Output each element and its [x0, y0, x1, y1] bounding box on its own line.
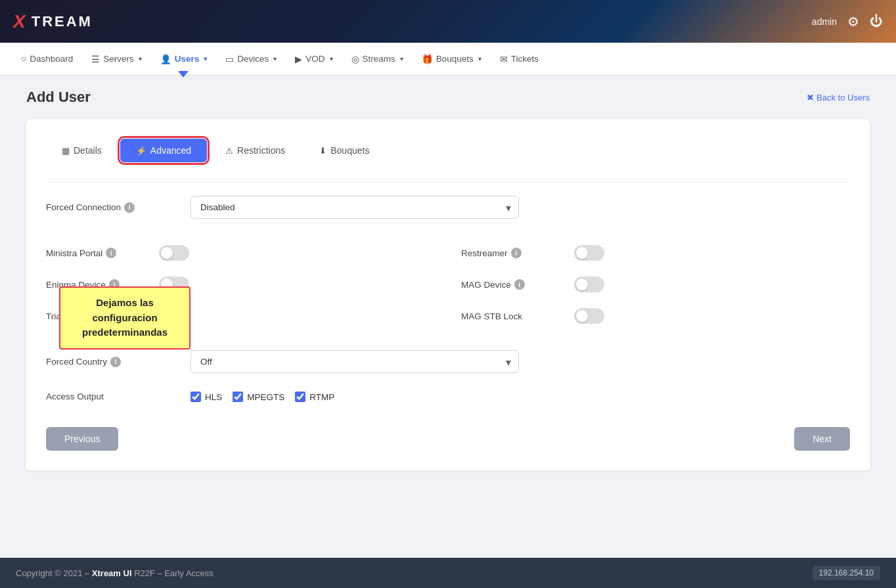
tab-details[interactable]: ▦ Details	[46, 139, 118, 162]
tab-divider	[46, 182, 850, 183]
access-output-row: Access Output HLS MPEGTS RTMP	[46, 392, 850, 409]
ministra-portal-toggle[interactable]	[159, 245, 189, 261]
mag-device-info-icon[interactable]: i	[514, 279, 525, 290]
chevron-down-icon: ▾	[204, 55, 207, 62]
page-title: Add User	[26, 89, 91, 106]
nav-active-indicator	[178, 71, 189, 78]
access-output-checkboxes: HLS MPEGTS RTMP	[190, 392, 334, 402]
mag-device-slider	[574, 277, 604, 292]
chevron-down-icon: ▾	[400, 55, 403, 62]
access-output-label: Access Output	[46, 392, 177, 401]
main-content: Add User ✖ Back to Users Dejamos las con…	[0, 76, 896, 558]
page-header: Add User ✖ Back to Users	[26, 89, 870, 106]
bouquets-tab-icon: ⬇	[319, 146, 326, 156]
ministra-portal-info-icon[interactable]: i	[106, 248, 116, 258]
restrictions-icon: ⚠	[225, 146, 233, 156]
footer-ip: 192.168.254.10	[813, 566, 880, 580]
previous-button[interactable]: Previous	[46, 427, 118, 451]
sidebar-item-tickets[interactable]: ✉ Tickets	[492, 50, 547, 68]
hls-checkbox-item[interactable]: HLS	[190, 392, 222, 402]
restreamer-toggle[interactable]	[574, 245, 604, 261]
forced-connection-select[interactable]: Disabled Enabled	[190, 196, 519, 219]
ministra-portal-label: Ministra Portal i	[46, 248, 151, 258]
footer-copyright: Copyright © 2021 – Xtream UI R22F – Earl…	[16, 568, 213, 578]
advanced-icon: ⚡	[136, 146, 146, 156]
mpegts-label: MPEGTS	[247, 392, 284, 402]
form-buttons: Previous Next	[46, 427, 850, 451]
chevron-down-icon: ▾	[273, 55, 277, 62]
tab-bouquets[interactable]: ⬇ Bouquets	[303, 139, 385, 162]
sidebar-item-bouquets[interactable]: 🎁 Bouquets ▾	[414, 50, 489, 68]
back-icon: ✖	[807, 93, 814, 102]
sidebar-item-streams[interactable]: ◎ Streams ▾	[344, 50, 411, 68]
chevron-down-icon: ▾	[330, 55, 333, 62]
ministra-portal-row: Ministra Portal i	[46, 237, 435, 269]
mpegts-checkbox-item[interactable]: MPEGTS	[233, 392, 284, 402]
forced-country-select[interactable]: Off	[190, 350, 519, 373]
vod-icon: ▶	[295, 54, 302, 64]
footer: Copyright © 2021 – Xtream UI R22F – Earl…	[0, 558, 896, 588]
mpegts-checkbox[interactable]	[233, 392, 243, 402]
hls-label: HLS	[205, 392, 222, 402]
tickets-icon: ✉	[500, 54, 508, 64]
power-icon[interactable]: ⏻	[870, 14, 883, 29]
users-icon: 👤	[160, 54, 171, 64]
mag-device-label: MAG Device i	[461, 279, 566, 290]
chevron-down-icon: ▾	[478, 55, 482, 62]
form-card: Dejamos las configuracion predeterminand…	[26, 119, 870, 470]
servers-icon: ☰	[91, 54, 100, 64]
form-tabs: ▦ Details ⚡ Advanced ⚠ Restrictions ⬇ Bo…	[46, 139, 850, 162]
tab-restrictions[interactable]: ⚠ Restrictions	[210, 139, 301, 162]
restreamer-row: Restreamer i	[461, 237, 850, 269]
main-nav: ○ Dashboard ☰ Servers ▾ 👤 Users ▾ ▭ Devi…	[0, 43, 896, 76]
sidebar-item-servers[interactable]: ☰ Servers ▾	[83, 50, 150, 68]
logo-x: X	[13, 11, 28, 32]
sidebar-item-dashboard[interactable]: ○ Dashboard	[13, 50, 81, 68]
restreamer-label: Restreamer i	[461, 248, 566, 258]
rtmp-label: RTMP	[309, 392, 334, 402]
tab-advanced[interactable]: ⚡ Advanced	[120, 139, 207, 162]
mag-stb-lock-row: MAG STB Lock	[461, 300, 850, 332]
mag-stb-lock-slider	[574, 308, 604, 324]
devices-icon: ▭	[225, 54, 234, 64]
restreamer-info-icon[interactable]: i	[511, 248, 522, 258]
sidebar-item-devices[interactable]: ▭ Devices ▾	[217, 50, 284, 68]
forced-country-info-icon[interactable]: i	[110, 357, 121, 367]
sidebar-item-vod[interactable]: ▶ VOD ▾	[287, 50, 340, 68]
forced-connection-dropdown[interactable]: Disabled Enabled	[190, 196, 519, 219]
chevron-down-icon: ▾	[139, 55, 142, 62]
bouquets-icon: 🎁	[422, 54, 433, 64]
forced-connection-select-wrapper: Disabled Enabled	[190, 196, 519, 219]
logo-text: TREAM	[32, 13, 93, 30]
annotation-tooltip: Dejamos las configuracion predeterminand…	[59, 286, 190, 350]
forced-connection-row: Forced Connection i Disabled Enabled	[46, 196, 850, 219]
details-icon: ▦	[62, 146, 70, 156]
forced-country-select-wrapper: Off	[190, 350, 519, 373]
forced-country-dropdown[interactable]: Off	[190, 350, 519, 373]
sidebar-item-users[interactable]: 👤 Users ▾	[152, 50, 215, 68]
back-to-users-link[interactable]: ✖ Back to Users	[807, 93, 870, 102]
mag-stb-lock-toggle[interactable]	[574, 308, 604, 324]
header: X TREAM admin ⚙ ⏻	[0, 0, 896, 43]
restreamer-slider	[574, 245, 604, 261]
logo: X TREAM	[13, 11, 93, 32]
gear-icon[interactable]: ⚙	[847, 14, 859, 30]
forced-connection-label: Forced Connection i	[46, 202, 177, 213]
mag-device-toggle[interactable]	[574, 277, 604, 292]
dashboard-icon: ○	[21, 54, 26, 64]
rtmp-checkbox[interactable]	[295, 392, 305, 402]
ministra-portal-slider	[159, 245, 189, 261]
next-button[interactable]: Next	[794, 427, 850, 451]
rtmp-checkbox-item[interactable]: RTMP	[295, 392, 334, 402]
header-right: admin ⚙ ⏻	[812, 14, 883, 30]
forced-country-row: Forced Country i Off	[46, 350, 850, 373]
hls-checkbox[interactable]	[190, 392, 201, 402]
forced-country-label: Forced Country i	[46, 357, 177, 367]
header-username: admin	[812, 16, 837, 27]
mag-device-row: MAG Device i	[461, 269, 850, 300]
forced-connection-info-icon[interactable]: i	[124, 202, 135, 213]
streams-icon: ◎	[351, 54, 359, 64]
mag-stb-lock-label: MAG STB Lock	[461, 311, 566, 321]
